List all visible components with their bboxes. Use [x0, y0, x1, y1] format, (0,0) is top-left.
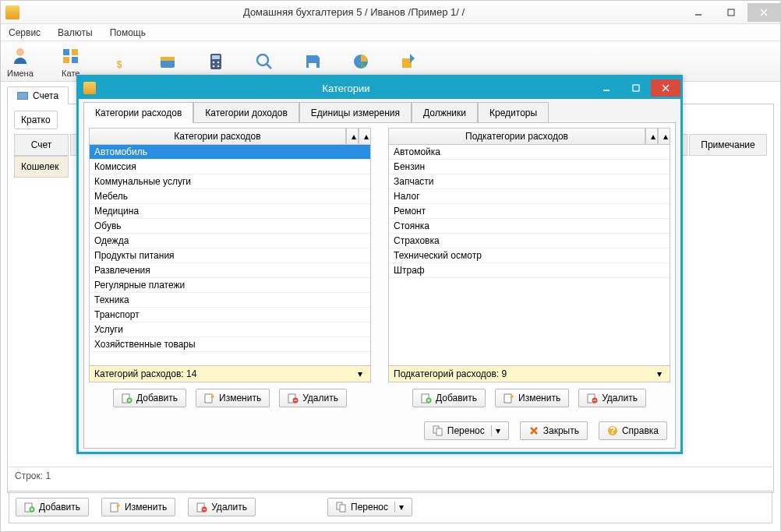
- categories-header[interactable]: Категории расходов: [89, 128, 346, 145]
- svg-rect-54: [436, 428, 442, 435]
- sort-icon[interactable]: ▴: [346, 128, 359, 145]
- list-item[interactable]: Ремонт: [389, 204, 670, 219]
- list-item[interactable]: Автомобиль: [90, 145, 370, 160]
- cat-add-button[interactable]: Добавить: [113, 389, 186, 407]
- tool-categories[interactable]: Кате: [60, 45, 82, 78]
- svg-text:?: ?: [610, 425, 615, 436]
- transfer-button[interactable]: Перенос▾: [424, 421, 509, 440]
- list-item[interactable]: Налог: [389, 189, 670, 204]
- tab-icon: [17, 92, 28, 100]
- list-item[interactable]: Страховка: [389, 234, 670, 248]
- list-item[interactable]: Продукты питания: [90, 248, 370, 263]
- pencil-icon: [204, 393, 215, 403]
- list-item[interactable]: Автомойка: [389, 145, 670, 160]
- list-item[interactable]: Запчасти: [389, 174, 670, 189]
- dialog-close-button[interactable]: [651, 79, 680, 97]
- list-item[interactable]: Развлечения: [90, 263, 370, 278]
- svg-point-17: [217, 65, 219, 67]
- tab-debtors[interactable]: Должники: [412, 102, 478, 123]
- list-item[interactable]: Штраф: [389, 263, 670, 278]
- group-short: Кратко: [14, 111, 58, 129]
- list-item[interactable]: Комиссия: [90, 160, 370, 174]
- tab-creditors[interactable]: Кредиторы: [478, 102, 549, 123]
- sort-icon[interactable]: ▴: [645, 128, 658, 145]
- tool-export[interactable]: [398, 51, 420, 72]
- search-icon: [253, 51, 275, 72]
- list-item[interactable]: Обувь: [90, 219, 370, 234]
- pencil-icon: [110, 502, 121, 513]
- list-item[interactable]: Коммунальные услуги: [90, 174, 370, 189]
- list-item[interactable]: Одежда: [90, 234, 370, 248]
- tool-money[interactable]: $: [108, 51, 130, 72]
- cat-edit-button[interactable]: Изменить: [196, 389, 270, 407]
- categories-list[interactable]: АвтомобильКомиссияКоммунальные услугиМеб…: [89, 145, 371, 366]
- scroll-up-icon[interactable]: ▴: [658, 128, 670, 145]
- menu-currencies[interactable]: Валюты: [55, 26, 96, 40]
- list-item[interactable]: Техника: [90, 293, 370, 308]
- tool-names[interactable]: Имена: [7, 45, 34, 78]
- tool-search[interactable]: [253, 51, 275, 72]
- list-item[interactable]: Транспорт: [90, 308, 370, 322]
- list-item[interactable]: Стоянка: [389, 219, 670, 234]
- plus-icon: [122, 393, 133, 403]
- svg-rect-32: [340, 505, 345, 512]
- disk-icon: [302, 51, 323, 72]
- status-row: Строк: 1: [9, 467, 772, 484]
- sub-add-button[interactable]: Добавить: [412, 389, 486, 407]
- tab-accounts[interactable]: Счета: [7, 86, 69, 104]
- close-button[interactable]: Закрыть: [520, 421, 588, 440]
- calculator-icon: [205, 51, 227, 72]
- close-button[interactable]: [747, 3, 780, 22]
- chevron-down-icon: ▾: [394, 502, 404, 513]
- scroll-up-icon[interactable]: ▴: [359, 128, 371, 145]
- tool-save[interactable]: [302, 51, 323, 72]
- tab-units[interactable]: Единицы измерения: [299, 102, 412, 123]
- svg-rect-13: [212, 55, 220, 59]
- delete-button[interactable]: Удалить: [188, 498, 256, 516]
- scroll-down-icon[interactable]: ▾: [355, 368, 366, 379]
- subcategories-list[interactable]: АвтомойкаБензинЗапчастиНалогРемонтСтоянк…: [388, 145, 670, 366]
- dialog-titlebar[interactable]: Категории: [79, 77, 680, 99]
- scroll-down-icon[interactable]: ▾: [654, 368, 665, 379]
- help-button[interactable]: ?Справка: [599, 421, 667, 440]
- list-item[interactable]: Медицина: [90, 204, 370, 219]
- cell-wallet[interactable]: Кошелек: [14, 156, 69, 178]
- list-item[interactable]: Услуги: [90, 322, 370, 337]
- titlebar: Домашняя бухгалтерия 5 / Иванов /Пример …: [1, 1, 780, 24]
- list-item[interactable]: Бензин: [389, 160, 670, 174]
- minimize-button[interactable]: [682, 3, 715, 22]
- sub-delete-button[interactable]: Удалить: [578, 389, 646, 407]
- dialog-minimize-button[interactable]: [592, 79, 621, 97]
- sub-edit-button[interactable]: Изменить: [495, 389, 569, 407]
- svg-line-19: [267, 64, 271, 69]
- tool-calc[interactable]: [205, 51, 227, 72]
- transfer-button[interactable]: Перенос▾: [327, 498, 412, 516]
- svg-rect-1: [728, 9, 734, 16]
- svg-rect-6: [72, 49, 78, 55]
- pie-icon: [350, 51, 372, 72]
- svg-point-18: [257, 55, 268, 65]
- tool-chart[interactable]: [350, 51, 372, 72]
- list-item[interactable]: Регулярные платежи: [90, 278, 370, 293]
- categories-dialog: Категории Категории расходов Категории д…: [76, 75, 683, 454]
- menu-service[interactable]: Сервис: [5, 26, 44, 40]
- subcategories-header[interactable]: Подкатегории расходов: [388, 128, 645, 145]
- dialog-maximize-button[interactable]: [621, 79, 651, 97]
- list-item[interactable]: Мебель: [90, 189, 370, 204]
- col-account[interactable]: Счет: [14, 134, 69, 156]
- menu-help[interactable]: Помощь: [107, 26, 149, 40]
- list-item[interactable]: Хозяйственные товары: [90, 337, 370, 352]
- plus-icon: [421, 393, 432, 403]
- window-title: Домашняя бухгалтерия 5 / Иванов /Пример …: [26, 6, 682, 18]
- list-item[interactable]: Технический осмотр: [389, 248, 670, 263]
- blocks-icon: [60, 45, 82, 67]
- edit-button[interactable]: Изменить: [101, 498, 175, 516]
- tab-expense[interactable]: Категории расходов: [83, 102, 193, 123]
- add-button[interactable]: Добавить: [16, 498, 89, 516]
- tool-wallet[interactable]: [157, 51, 178, 72]
- cat-delete-button[interactable]: Удалить: [279, 389, 347, 407]
- tab-income[interactable]: Категории доходов: [193, 102, 299, 123]
- col-note[interactable]: Примечание: [689, 134, 767, 156]
- svg-point-14: [212, 61, 214, 63]
- maximize-button[interactable]: [715, 3, 747, 22]
